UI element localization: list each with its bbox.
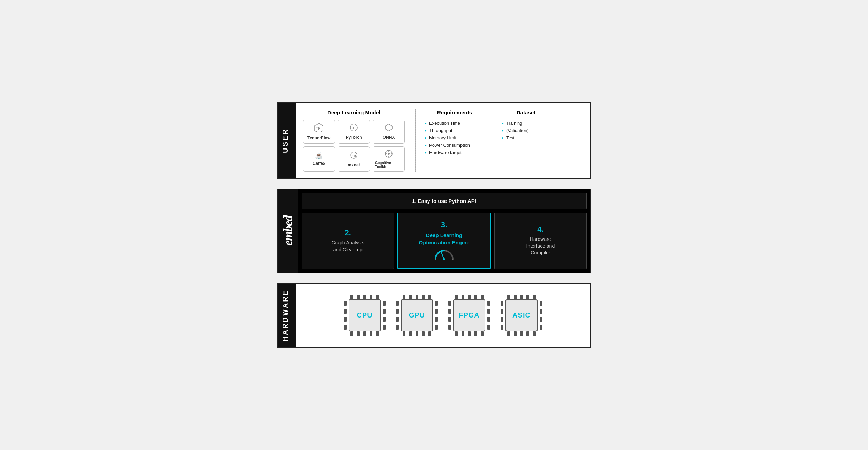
mxnet-label: mxnet <box>348 162 360 167</box>
dataset-list: Training (Validation) Test <box>502 120 550 142</box>
embed-label-wrapper: embed <box>278 189 298 273</box>
pin <box>396 309 399 314</box>
hardware-section: HARDWARE <box>277 283 591 348</box>
mxnet-icon: mx <box>350 151 358 161</box>
pin <box>501 301 503 306</box>
compiler-engine-box: 4. HardwareInterface andCompiler <box>494 213 587 269</box>
gpu-pins-top <box>401 295 433 299</box>
pin <box>363 331 366 336</box>
embed-logo: embed <box>281 216 295 246</box>
pin <box>526 295 529 299</box>
pin <box>487 309 490 314</box>
asic-pins-right <box>540 299 542 331</box>
pin <box>370 295 372 299</box>
pin <box>474 331 477 336</box>
divider-2 <box>494 109 494 172</box>
cognitive-box: Cognitive Toolkit <box>373 146 405 172</box>
onnx-icon <box>384 123 393 134</box>
pin <box>435 309 438 314</box>
dataset-title: Dataset <box>502 109 550 115</box>
pytorch-icon: ⊙ <box>350 123 358 134</box>
python-api-bar: 1. Easy to use Python API <box>302 193 587 209</box>
models-title: Deep Learning Model <box>303 109 405 115</box>
models-column: Deep Learning Model TF TensorFlow <box>303 109 411 172</box>
diagram-container: USER Deep Learning Model TF TensorF <box>277 102 591 348</box>
asic-pins-bottom <box>505 331 538 336</box>
req-memory: Memory Limit <box>425 134 485 142</box>
graph-engine-box: 2. Graph Analysisand Clean-up <box>302 213 394 269</box>
requirements-title: Requirements <box>425 109 485 115</box>
hardware-label: HARDWARE <box>278 284 296 347</box>
pin <box>422 331 425 336</box>
optimization-name: Deep LearningOptimization Engine <box>419 231 469 246</box>
pin <box>507 295 510 299</box>
onnx-box: ONNX <box>373 120 405 144</box>
embed-content: 1. Easy to use Python API 2. Graph Analy… <box>298 189 590 273</box>
svg-text:TF: TF <box>316 127 320 130</box>
svg-text:mx: mx <box>352 154 356 158</box>
pin <box>526 331 529 336</box>
onnx-label: ONNX <box>383 135 395 140</box>
pin <box>357 295 360 299</box>
pin <box>448 325 451 330</box>
user-content: Deep Learning Model TF TensorFlow <box>296 103 590 178</box>
svg-point-8 <box>388 153 390 155</box>
req-hardware: Hardware target <box>425 149 485 156</box>
compiler-number: 4. <box>537 225 543 234</box>
model-grid: TF TensorFlow ⊙ PyTorch <box>303 120 405 172</box>
graph-name: Graph Analysisand Clean-up <box>332 239 364 253</box>
pin <box>448 301 451 306</box>
req-throughput: Throughput <box>425 127 485 134</box>
fpga-chip: FPGA <box>448 295 490 336</box>
pin <box>383 301 386 306</box>
pin <box>396 317 399 322</box>
asic-label: ASIC <box>512 311 531 319</box>
pin <box>501 325 503 330</box>
gpu-chip: GPU <box>396 295 438 336</box>
pin <box>520 295 523 299</box>
pin <box>520 331 523 336</box>
pin <box>357 331 360 336</box>
fpga-pins-top <box>453 295 485 299</box>
cognitive-label: Cognitive Toolkit <box>375 161 402 169</box>
engines-row: 2. Graph Analysisand Clean-up 3. Deep Le… <box>302 213 587 269</box>
speedometer-icon <box>434 249 455 261</box>
pin <box>370 331 372 336</box>
pin <box>468 295 471 299</box>
pin <box>383 325 386 330</box>
pin <box>396 325 399 330</box>
pin <box>428 331 431 336</box>
pytorch-box: ⊙ PyTorch <box>338 120 370 144</box>
svg-point-14 <box>443 258 445 260</box>
pin <box>474 295 477 299</box>
pin <box>487 325 490 330</box>
pin <box>468 331 471 336</box>
pin <box>350 295 353 299</box>
pin <box>462 331 464 336</box>
mxnet-box: mx mxnet <box>338 146 370 172</box>
svg-line-13 <box>441 252 444 259</box>
requirements-list: Execution Time Throughput Memory Limit P… <box>425 120 485 156</box>
dataset-training: Training <box>502 120 550 127</box>
dataset-test: Test <box>502 134 550 142</box>
dataset-validation: (Validation) <box>502 127 550 134</box>
tensorflow-icon: TF <box>314 123 324 134</box>
cpu-pins-bottom <box>349 331 381 336</box>
pin <box>514 331 517 336</box>
pin <box>350 331 353 336</box>
fpga-label: FPGA <box>459 311 480 319</box>
pin <box>383 309 386 314</box>
dataset-column: Dataset Training (Validation) Test <box>498 109 554 172</box>
pin <box>435 325 438 330</box>
pin <box>435 301 438 306</box>
pin <box>481 295 484 299</box>
pin <box>540 301 542 306</box>
pin <box>416 331 418 336</box>
pin <box>514 295 517 299</box>
pin <box>533 331 536 336</box>
pin <box>455 295 458 299</box>
embed-section: embed 1. Easy to use Python API 2. Graph… <box>277 189 591 273</box>
caffe2-label: Caffe2 <box>313 161 326 166</box>
pin <box>363 295 366 299</box>
gpu-body: GPU <box>401 299 433 331</box>
